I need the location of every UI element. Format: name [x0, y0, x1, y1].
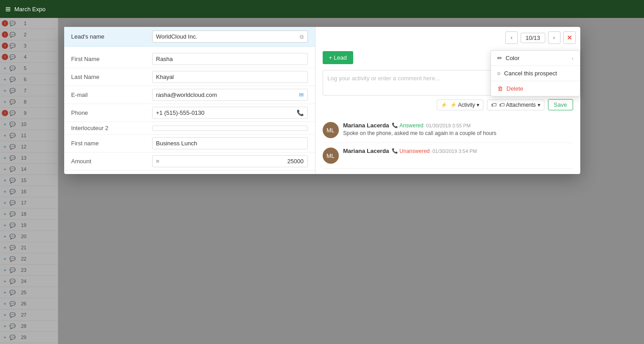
form-row: Amount≡25000 [64, 152, 315, 170]
app-name: March Expo [14, 6, 45, 13]
leads-name-value: WorldCloud Inc. [156, 33, 197, 40]
activity-date: 01/30/2019 3:55 PM [426, 123, 470, 128]
top-bar: ⊞ March Expo [0, 0, 644, 18]
right-panel: + Lead 📞 ✉ Actions ▾ ✏Color›○Cancel this [315, 27, 580, 174]
email-field-icon: ✉ [299, 91, 304, 98]
activity-button[interactable]: ⚡ ⚡ Activity ▾ [437, 100, 484, 110]
form-row: Phone+1 (515)-555-0130📞 [64, 104, 315, 122]
attachments-chevron: ▾ [538, 102, 540, 108]
attachments-icon: 🏷 [491, 102, 496, 108]
activity-item: ML Mariana Lacerda 📞 Unanswered 01/30/20… [323, 143, 573, 169]
dropdown-item-cancel-this-prospect[interactable]: ○Cancel this prospect [491, 66, 580, 81]
form-label: Interlocuteur 2 [71, 125, 152, 131]
modal: ‹ 10/13 › ✕ Lead's name WorldCloud Inc. … [64, 27, 580, 174]
dropdown-item-label: Color [506, 55, 520, 61]
leads-name-label: Lead's name [71, 33, 152, 40]
form-input-phone[interactable]: +1 (515)-555-0130📞 [152, 107, 308, 119]
form-row: Interlocuteur 2 [64, 122, 315, 135]
form-input-first-name[interactable]: Business Lunch [152, 137, 308, 149]
save-button[interactable]: Save [548, 99, 573, 110]
attachments-button[interactable]: 🏷 🏷 Attachments ▾ [487, 100, 544, 110]
activity-list: ML Mariana Lacerda 📞 Answered 01/30/2019… [323, 118, 573, 169]
form-label: First Name [71, 56, 152, 62]
activity-item: ML Mariana Lacerda 📞 Answered 01/30/2019… [323, 118, 573, 143]
dropdown-item-icon: 🗑 [497, 85, 503, 92]
modal-overlay: ‹ 10/13 › ✕ Lead's name WorldCloud Inc. … [0, 18, 644, 344]
form-row: E-mailrasha@worldcloud.com✉ [64, 86, 315, 104]
amount-icon: ≡ [156, 158, 160, 165]
leads-name-input[interactable]: WorldCloud Inc. ⧉ [152, 30, 308, 43]
form-label: First name [71, 140, 152, 147]
activity-icon: ⚡ [441, 102, 447, 108]
activity-placeholder: Log your activity or enter a comment her… [328, 75, 440, 82]
form-fields: First NameRashaLast NameKhayalE-mailrash… [64, 47, 315, 174]
activity-text: Spoke on the phone, asked me to call aga… [343, 130, 573, 136]
phone-field-icon: 📞 [297, 109, 304, 116]
form-row: First NameRasha [64, 50, 315, 68]
status-phone-icon: 📞 [392, 122, 398, 128]
activity-controls-bar: ⚡ ⚡ Activity ▾ 🏷 🏷 Attachments ▾ Save [323, 99, 573, 110]
dropdown-item-color[interactable]: ✏Color› [491, 51, 580, 65]
grid-icon: ⊞ [5, 5, 11, 13]
leads-name-row: Lead's name WorldCloud Inc. ⧉ [64, 27, 315, 47]
attachments-label: 🏷 Attachments [498, 102, 535, 108]
activity-content: Mariana Lacerda 📞 Answered 01/30/2019 3:… [343, 122, 573, 138]
activity-author: Mariana Lacerda [343, 122, 390, 129]
form-input-first-name[interactable]: Rasha [152, 53, 308, 65]
dropdown-item-delete[interactable]: 🗑Delete [491, 81, 580, 96]
form-input-interlocuteur-2[interactable] [152, 126, 308, 131]
activity-date: 01/30/2019 3:54 PM [432, 148, 477, 154]
status-phone-icon: 📞 [392, 148, 398, 154]
chevron-right-icon: › [572, 56, 574, 61]
form-row: Last NameKhayal [64, 68, 315, 86]
modal-body: Lead's name WorldCloud Inc. ⧉ First Name… [64, 27, 580, 174]
form-label: Phone [71, 109, 152, 116]
avatar: ML [323, 122, 339, 138]
activity-header: Mariana Lacerda 📞 Answered 01/30/2019 3:… [343, 122, 573, 129]
form-label: E-mail [71, 91, 152, 98]
activity-content: Mariana Lacerda 📞 Unanswered 01/30/2019 … [343, 148, 573, 164]
form-input-e-mail[interactable]: rasha@worldcloud.com✉ [152, 89, 308, 101]
dropdown-item-label: Delete [507, 85, 524, 92]
form-label: Amount [71, 158, 152, 165]
activity-status: 📞 Answered [392, 122, 423, 129]
activity-header: Mariana Lacerda 📞 Unanswered 01/30/2019 … [343, 148, 573, 154]
form-row: First nameBusiness Lunch [64, 135, 315, 152]
activity-author: Mariana Lacerda [343, 148, 390, 154]
leads-name-icon: ⧉ [300, 34, 304, 40]
action-bar: + Lead 📞 ✉ Actions ▾ ✏Color›○Cancel this [323, 50, 573, 65]
dropdown-item-icon: ○ [497, 70, 501, 77]
avatar: ML [323, 148, 339, 164]
add-lead-button[interactable]: + Lead [323, 51, 353, 64]
form-label: Last Name [71, 74, 152, 80]
form-input-last-name[interactable]: Khayal [152, 71, 308, 83]
left-panel: Lead's name WorldCloud Inc. ⧉ First Name… [64, 27, 315, 174]
dropdown-item-icon: ✏ [497, 55, 502, 61]
activity-status: 📞 Unanswered [392, 148, 429, 154]
form-input-amount[interactable]: ≡25000 [152, 155, 308, 167]
actions-dropdown: ✏Color›○Cancel this prospect🗑Delete [491, 50, 580, 96]
dropdown-item-label: Cancel this prospect [504, 70, 557, 77]
activity-label: ⚡ Activity [449, 102, 475, 108]
activity-chevron: ▾ [477, 102, 479, 108]
